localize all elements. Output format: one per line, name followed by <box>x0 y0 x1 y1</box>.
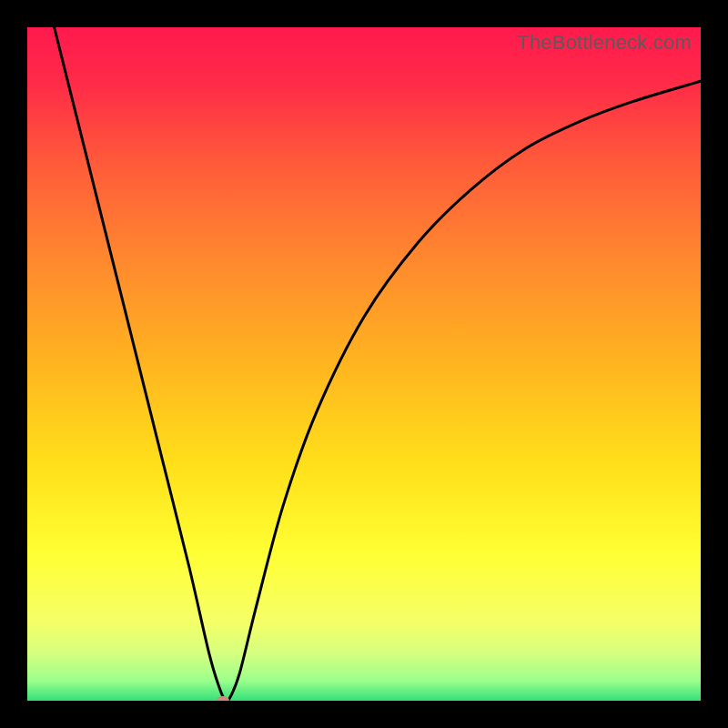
bottleneck-curve <box>27 27 701 701</box>
chart-frame: TheBottleneck.com <box>0 0 728 728</box>
plot-area: TheBottleneck.com <box>27 27 701 701</box>
optimal-marker <box>217 696 229 701</box>
